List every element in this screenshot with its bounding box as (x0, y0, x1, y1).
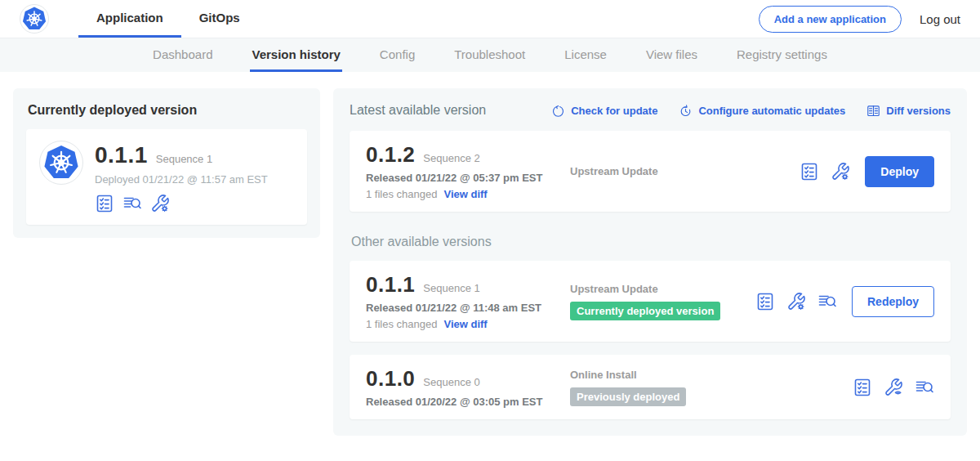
refresh-icon (551, 104, 565, 118)
subtab-license[interactable]: License (563, 38, 608, 72)
edit-config-icon[interactable] (831, 162, 850, 181)
configure-automatic-updates-label: Configure automatic updates (698, 105, 845, 117)
version-sequence: Sequence 0 (423, 376, 479, 388)
release-notes-icon[interactable] (800, 162, 819, 181)
version-number: 0.1.0 (366, 366, 415, 392)
history-icon (679, 104, 693, 118)
top-nav-tabs: Application GitOps (78, 0, 258, 38)
version-card-0-1-1: 0.1.1 Sequence 1 Released 01/21/22 @ 11:… (350, 261, 951, 342)
app-logo (20, 0, 49, 38)
top-nav: Application GitOps Add a new application… (0, 0, 980, 38)
release-notes-icon[interactable] (755, 292, 775, 311)
deployed-version-number: 0.1.1 (95, 142, 148, 168)
files-changed-label: 1 files changed (366, 318, 437, 330)
release-notes-icon[interactable] (95, 194, 114, 213)
view-files-icon[interactable] (122, 194, 142, 213)
check-for-update-label: Check for update (571, 105, 657, 117)
deployed-version-box: 0.1.1 Sequence 1 Deployed 01/21/22 @ 11:… (26, 129, 307, 225)
currently-deployed-title: Currently deployed version (28, 103, 307, 118)
subtab-config[interactable]: Config (378, 38, 416, 72)
tab-gitops[interactable]: GitOps (181, 0, 258, 38)
deployed-sequence: Sequence 1 (156, 153, 212, 165)
tab-application[interactable]: Application (78, 0, 181, 38)
deploy-button[interactable]: Deploy (865, 156, 934, 187)
deployed-timestamp: Deployed 01/21/22 @ 11:57 am EST (95, 173, 268, 186)
subtab-troubleshoot[interactable]: Troubleshoot (452, 38, 527, 72)
app-sub-nav: Dashboard Version history Config Trouble… (0, 38, 980, 72)
kubernetes-logo-icon (43, 145, 79, 181)
kubernetes-logo (20, 4, 49, 34)
version-source: Upstream Update (570, 165, 658, 177)
edit-config-icon[interactable] (150, 194, 170, 213)
redeploy-button[interactable]: Redeploy (852, 286, 934, 317)
other-versions-title: Other available versions (351, 235, 951, 249)
release-notes-icon[interactable] (853, 378, 872, 397)
currently-deployed-badge: Currently deployed version (570, 302, 720, 320)
subtab-view-files[interactable]: View files (644, 38, 699, 72)
released-timestamp: Released 01/21/22 @ 05:37 pm EST (366, 172, 570, 184)
view-diff-link[interactable]: View diff (443, 318, 487, 330)
currently-deployed-card: Currently deployed version 0.1 (13, 88, 320, 238)
edit-config-icon[interactable] (786, 292, 806, 311)
subtab-version-history[interactable]: Version history (250, 38, 341, 72)
available-versions-panel: Latest available version Check for updat… (333, 88, 967, 436)
add-new-application-button[interactable]: Add a new application (759, 6, 902, 33)
version-card-0-1-0: 0.1.0 Sequence 0 Released 01/20/22 @ 03:… (350, 355, 951, 419)
kubernetes-logo-icon (22, 7, 47, 31)
diff-versions-link[interactable]: Diff versions (866, 104, 951, 118)
version-sequence: Sequence 1 (423, 282, 479, 294)
released-timestamp: Released 01/21/22 @ 11:48 am EST (366, 302, 570, 314)
released-timestamp: Released 01/20/22 @ 03:05 pm EST (366, 396, 570, 408)
view-config-icon[interactable] (884, 378, 903, 397)
subtab-dashboard[interactable]: Dashboard (151, 38, 214, 72)
subtab-registry-settings[interactable]: Registry settings (735, 38, 829, 72)
files-changed-label: 1 files changed (366, 188, 437, 200)
logout-button[interactable]: Log out (920, 12, 960, 26)
version-source: Online Install (570, 369, 637, 381)
version-history-page: Currently deployed version 0.1 (0, 72, 980, 452)
previously-deployed-badge: Previously deployed (570, 387, 686, 406)
configure-automatic-updates-link[interactable]: Configure automatic updates (679, 104, 845, 118)
app-avatar (39, 141, 83, 185)
version-card-0-1-2: 0.1.2 Sequence 2 Released 01/21/22 @ 05:… (350, 131, 951, 212)
check-for-update-link[interactable]: Check for update (551, 104, 657, 118)
diff-versions-label: Diff versions (886, 105, 951, 117)
latest-available-title: Latest available version (350, 103, 486, 118)
view-files-icon[interactable] (817, 292, 837, 311)
diff-icon (866, 104, 880, 118)
view-files-icon[interactable] (915, 378, 934, 397)
version-sequence: Sequence 2 (423, 152, 479, 164)
version-source: Upstream Update (570, 283, 658, 295)
view-diff-link[interactable]: View diff (443, 188, 487, 200)
version-number: 0.1.2 (366, 142, 415, 168)
version-number: 0.1.1 (366, 272, 415, 298)
